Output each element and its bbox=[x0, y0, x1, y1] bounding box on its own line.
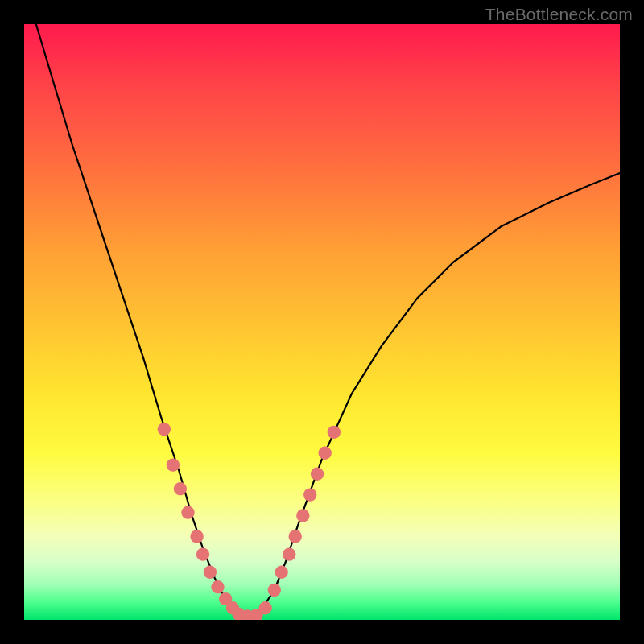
marker-dot bbox=[296, 509, 309, 522]
marker-dot bbox=[204, 566, 217, 579]
marker-dot bbox=[174, 482, 187, 495]
marker-dots bbox=[158, 423, 341, 620]
marker-dot bbox=[158, 423, 171, 436]
plot-area bbox=[24, 24, 620, 620]
bottleneck-curve bbox=[36, 24, 620, 617]
chart-stage: TheBottleneck.com bbox=[0, 0, 644, 644]
marker-dot bbox=[167, 458, 180, 471]
chart-overlay bbox=[24, 24, 620, 620]
marker-dot bbox=[328, 426, 341, 439]
marker-dot bbox=[196, 547, 209, 560]
marker-dot bbox=[190, 530, 203, 543]
marker-dot bbox=[283, 547, 295, 560]
marker-dot bbox=[289, 530, 302, 543]
marker-dot bbox=[319, 447, 332, 460]
marker-dot bbox=[268, 584, 281, 597]
marker-dot bbox=[181, 506, 194, 519]
marker-dot bbox=[259, 601, 272, 614]
marker-dot bbox=[211, 580, 224, 593]
marker-dot bbox=[303, 488, 316, 501]
marker-dot bbox=[311, 468, 324, 481]
marker-dot bbox=[275, 566, 287, 579]
watermark-text: TheBottleneck.com bbox=[485, 5, 633, 24]
